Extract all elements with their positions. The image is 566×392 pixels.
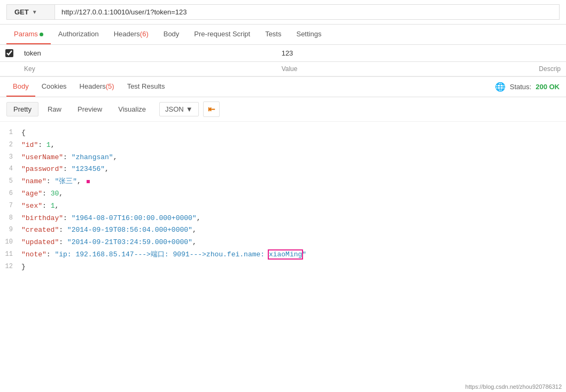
params-header-row: Key Value Descrip xyxy=(0,62,566,76)
tab-authorization[interactable]: Authorization xyxy=(51,25,106,44)
params-dot xyxy=(40,33,43,36)
format-chevron: ▼ xyxy=(186,105,193,113)
tab-tests[interactable]: Tests xyxy=(258,25,289,44)
json-line-2: 2 "id": 1, xyxy=(0,139,566,152)
resp-tab-testresults[interactable]: Test Results xyxy=(121,77,172,97)
url-input[interactable] xyxy=(55,4,560,20)
resp-tab-body[interactable]: Body xyxy=(6,77,35,97)
status-label: Status: xyxy=(510,83,531,91)
json-line-9: 9 "created": "2014-09-19T08:56:04.000+00… xyxy=(0,224,566,237)
json-viewer: 1 { 2 "id": 1, 3 "userName": "zhangsan",… xyxy=(0,122,566,279)
params-table: token 123 Key Value Descrip xyxy=(0,45,566,76)
tab-params[interactable]: Params xyxy=(6,25,51,44)
body-toolbar: Pretty Raw Preview Visualize JSON ▼ ⇤ xyxy=(0,97,566,122)
param-checkbox[interactable] xyxy=(5,49,13,57)
json-line-1: 1 { xyxy=(0,127,566,139)
format-select[interactable]: JSON ▼ xyxy=(159,102,199,116)
wrap-icon: ⇤ xyxy=(208,105,215,114)
globe-icon: 🌐 xyxy=(495,82,506,92)
response-tabs: Body Cookies Headers(5) Test Results 🌐 S… xyxy=(0,77,566,97)
param-value: 123 xyxy=(276,45,534,62)
url-bar: GET ▼ xyxy=(0,0,566,25)
tab-settings[interactable]: Settings xyxy=(289,25,329,44)
json-line-3: 3 "userName": "zhangsan", xyxy=(0,152,566,164)
body-tab-pretty[interactable]: Pretty xyxy=(6,102,38,116)
param-desc xyxy=(533,45,566,62)
json-line-7: 7 "sex": 1, xyxy=(0,200,566,213)
tab-headers[interactable]: Headers(6) xyxy=(106,25,156,44)
tab-prerequest[interactable]: Pre-request Script xyxy=(187,25,258,44)
highlight-xiaoming: xiaoMing xyxy=(269,250,302,258)
param-key: token xyxy=(19,45,276,62)
method-select[interactable]: GET ▼ xyxy=(6,4,55,20)
json-line-4: 4 "password": "123456", xyxy=(0,163,566,176)
wrap-button[interactable]: ⇤ xyxy=(203,101,220,117)
method-label: GET xyxy=(14,8,29,16)
resp-tab-headers[interactable]: Headers(5) xyxy=(73,77,121,97)
desc-header: Descrip xyxy=(533,62,566,76)
json-line-10: 10 "updated": "2014-09-21T03:24:59.000+0… xyxy=(0,237,566,249)
json-line-8: 8 "birthday": "1964-08-07T16:00:00.000+0… xyxy=(0,213,566,225)
method-chevron: ▼ xyxy=(32,9,37,15)
cursor-dot xyxy=(87,180,90,183)
response-status: 🌐 Status: 200 OK xyxy=(495,82,560,92)
json-line-6: 6 "age": 30, xyxy=(0,188,566,200)
json-line-12: 12 } xyxy=(0,261,566,273)
resp-tab-cookies[interactable]: Cookies xyxy=(35,77,73,97)
table-row: token 123 xyxy=(0,45,566,62)
body-tab-raw[interactable]: Raw xyxy=(41,102,68,116)
params-section: token 123 Key Value Descrip xyxy=(0,45,566,76)
status-value: 200 OK xyxy=(536,83,560,91)
body-tab-visualize[interactable]: Visualize xyxy=(111,102,153,116)
json-line-5: 5 "name": "张三", xyxy=(0,176,566,188)
key-header: Key xyxy=(19,62,276,76)
format-label: JSON xyxy=(165,105,184,113)
request-tabs: Params Authorization Headers(6) Body Pre… xyxy=(0,25,566,45)
json-line-11: 11 "note": "ip: 192.168.85.147--->端口: 90… xyxy=(0,249,566,261)
body-tab-preview[interactable]: Preview xyxy=(71,102,109,116)
tab-body[interactable]: Body xyxy=(156,25,187,44)
value-header: Value xyxy=(276,62,534,76)
